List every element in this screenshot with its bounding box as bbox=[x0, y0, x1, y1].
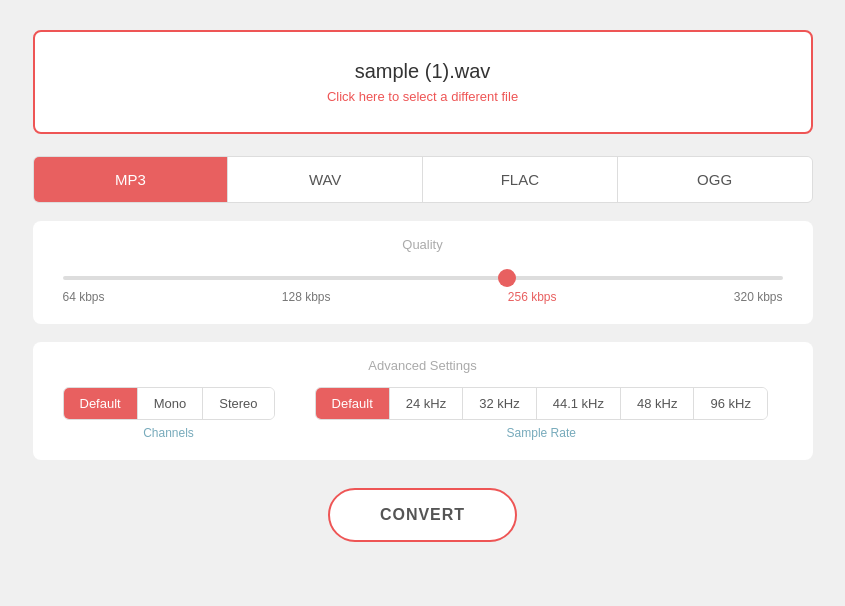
rate-96khz[interactable]: 96 kHz bbox=[694, 388, 766, 419]
advanced-label: Advanced Settings bbox=[63, 358, 783, 373]
label-320kbps: 320 kbps bbox=[734, 290, 783, 304]
channels-label: Channels bbox=[143, 426, 194, 440]
rate-441khz[interactable]: 44.1 kHz bbox=[537, 388, 621, 419]
channel-mono[interactable]: Mono bbox=[138, 388, 204, 419]
label-128kbps: 128 kbps bbox=[282, 290, 331, 304]
channels-btn-group: Default Mono Stereo bbox=[63, 387, 275, 420]
rate-32khz[interactable]: 32 kHz bbox=[463, 388, 536, 419]
tab-flac[interactable]: FLAC bbox=[423, 157, 618, 202]
advanced-row: Default Mono Stereo Channels Default 24 … bbox=[63, 387, 783, 440]
file-hint: Click here to select a different file bbox=[55, 89, 791, 104]
format-tabs: MP3 WAV FLAC OGG bbox=[33, 156, 813, 203]
rate-48khz[interactable]: 48 kHz bbox=[621, 388, 694, 419]
advanced-section: Advanced Settings Default Mono Stereo Ch… bbox=[33, 342, 813, 460]
label-256kbps: 256 kbps bbox=[508, 290, 557, 304]
channel-stereo[interactable]: Stereo bbox=[203, 388, 273, 419]
file-name: sample (1).wav bbox=[55, 60, 791, 83]
quality-slider-labels: 64 kbps 128 kbps 256 kbps 320 kbps bbox=[63, 290, 783, 304]
quality-slider[interactable] bbox=[63, 276, 783, 280]
rate-default[interactable]: Default bbox=[316, 388, 390, 419]
sample-rate-group: Default 24 kHz 32 kHz 44.1 kHz 48 kHz 96… bbox=[315, 387, 768, 440]
label-64kbps: 64 kbps bbox=[63, 290, 105, 304]
tab-ogg[interactable]: OGG bbox=[618, 157, 812, 202]
tab-mp3[interactable]: MP3 bbox=[34, 157, 229, 202]
file-selector[interactable]: sample (1).wav Click here to select a di… bbox=[33, 30, 813, 134]
sample-rate-label: Sample Rate bbox=[507, 426, 576, 440]
tab-wav[interactable]: WAV bbox=[228, 157, 423, 202]
sample-rate-btn-group: Default 24 kHz 32 kHz 44.1 kHz 48 kHz 96… bbox=[315, 387, 768, 420]
channels-group: Default Mono Stereo Channels bbox=[63, 387, 275, 440]
convert-button[interactable]: CONVERT bbox=[328, 488, 517, 542]
quality-label: Quality bbox=[63, 237, 783, 252]
quality-section: Quality 64 kbps 128 kbps 256 kbps 320 kb… bbox=[33, 221, 813, 324]
channel-default[interactable]: Default bbox=[64, 388, 138, 419]
rate-24khz[interactable]: 24 kHz bbox=[390, 388, 463, 419]
